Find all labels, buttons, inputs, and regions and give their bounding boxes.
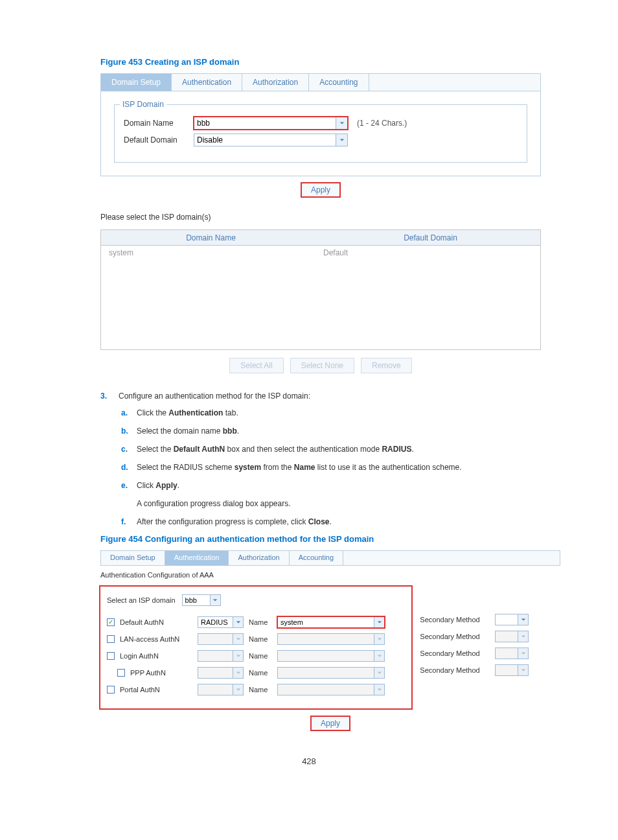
isp-panel-body: ISP Domain Domain Name (1 - 24 Chars.) D…: [100, 91, 541, 176]
isp-domain-legend: ISP Domain: [120, 100, 166, 109]
default-domain-row: Default Domain: [124, 134, 518, 146]
portal-authn-scheme[interactable]: [198, 684, 233, 695]
aaa-title: Authentication Configuration of AAA: [100, 571, 560, 579]
sec-sel-1[interactable]: [495, 614, 518, 625]
sec-label-4: Secondary Method: [420, 666, 490, 674]
select-all-button[interactable]: Select All: [229, 358, 283, 373]
sec-sel-4[interactable]: [495, 664, 518, 676]
sec-label-3: Secondary Method: [420, 649, 490, 657]
default-domain-label: Default Domain: [124, 135, 189, 145]
instructions: 3. Configure an authentication method fo…: [100, 391, 567, 528]
select-domain-label: Select an ISP domain: [107, 596, 176, 604]
tabs-spacer: [369, 74, 540, 91]
tabs-bar-1: Domain Setup Authentication Authorizatio…: [100, 73, 541, 91]
domain-name-dropdown[interactable]: [336, 117, 348, 130]
login-authn-checkbox[interactable]: [107, 652, 115, 660]
sec-label-2: Secondary Method: [420, 633, 490, 640]
apply-wrap-2: Apply: [100, 716, 560, 730]
sec-label-1: Secondary Method: [420, 616, 490, 624]
col-domain-name: Domain Name: [101, 233, 321, 242]
lan-authn-label: LAN-access AuthN: [120, 635, 192, 643]
sec-row-login: Secondary Method: [420, 648, 529, 659]
sec-row-ppp: Secondary Method: [420, 664, 529, 676]
domain-name-input[interactable]: [194, 117, 336, 130]
ppp-authn-checkbox[interactable]: [117, 669, 125, 677]
domain-setup-panel: Domain Setup Authentication Authorizatio…: [100, 73, 541, 373]
login-authn-name[interactable]: [277, 650, 374, 662]
tab2-domain-setup[interactable]: Domain Setup: [101, 551, 165, 565]
name-label-5: Name: [249, 686, 272, 694]
cell-domain-name: system: [106, 248, 321, 257]
figure-454-caption: Figure 454 Configuring an authentication…: [100, 534, 576, 544]
default-authn-name[interactable]: [277, 616, 374, 628]
lan-authn-row: LAN-access AuthN Name: [107, 633, 405, 645]
ppp-authn-label: PPP AuthN: [130, 669, 192, 677]
tab2-accounting[interactable]: Accounting: [290, 551, 343, 565]
default-authn-row: Default AuthN Name: [107, 616, 405, 628]
domain-table-body: system Default: [101, 246, 540, 349]
lan-authn-name-dd[interactable]: [374, 633, 385, 645]
step-3b: b. Select the domain name bbb.: [121, 425, 567, 437]
select-none-button[interactable]: Select None: [290, 358, 354, 373]
tabs-bar-2: Domain Setup Authentication Authorizatio…: [100, 550, 560, 566]
lan-authn-name[interactable]: [277, 633, 374, 645]
lan-authn-scheme-dd[interactable]: [233, 633, 244, 645]
domain-name-row: Domain Name (1 - 24 Chars.): [124, 117, 518, 130]
tab-authorization[interactable]: Authorization: [242, 74, 309, 91]
name-label-2: Name: [249, 635, 272, 643]
select-domain-row: Select an ISP domain: [107, 594, 405, 606]
default-authn-scheme[interactable]: [198, 616, 233, 628]
table-buttons: Select All Select None Remove: [100, 358, 541, 373]
tab-authentication[interactable]: Authentication: [172, 74, 242, 91]
domain-name-label: Domain Name: [124, 119, 189, 128]
default-authn-name-dd[interactable]: [374, 616, 385, 628]
table-row[interactable]: system Default: [101, 246, 540, 260]
name-label-3: Name: [249, 652, 272, 660]
lan-authn-checkbox[interactable]: [107, 635, 115, 643]
login-authn-label: Login AuthN: [120, 652, 192, 660]
name-label-1: Name: [249, 618, 272, 626]
auth-panel: Select an ISP domain Default AuthN Name: [100, 587, 411, 708]
step-3e-note: A configuration progress dialog box appe…: [137, 498, 567, 509]
col-default-domain: Default Domain: [321, 233, 540, 242]
ppp-authn-scheme[interactable]: [198, 667, 233, 679]
tab2-authentication[interactable]: Authentication: [165, 551, 229, 565]
step-3a: a. Click the Authentication tab.: [121, 407, 567, 419]
select-domain-dropdown[interactable]: [211, 594, 221, 606]
step-3c: c. Select the Default AuthN box and then…: [121, 443, 567, 455]
isp-domain-fieldset: ISP Domain Domain Name (1 - 24 Chars.) D…: [114, 104, 527, 163]
domain-table: Domain Name Default Domain system Defaul…: [100, 229, 541, 350]
apply-wrap-1: Apply: [100, 183, 541, 197]
tab2-authorization[interactable]: Authorization: [229, 551, 289, 565]
portal-authn-row: Portal AuthN Name: [107, 684, 405, 695]
login-authn-row: Login AuthN Name: [107, 650, 405, 662]
default-authn-checkbox[interactable]: [107, 618, 115, 626]
default-domain-select[interactable]: [194, 134, 336, 146]
tab-domain-setup[interactable]: Domain Setup: [101, 74, 172, 91]
portal-authn-checkbox[interactable]: [107, 686, 115, 694]
portal-authn-label: Portal AuthN: [120, 686, 192, 694]
remove-button[interactable]: Remove: [361, 358, 412, 373]
default-domain-dropdown[interactable]: [336, 134, 348, 146]
sec-sel-3[interactable]: [495, 648, 518, 659]
step-3-num: 3.: [100, 391, 119, 401]
ppp-authn-name[interactable]: [277, 667, 374, 679]
lan-authn-scheme[interactable]: [198, 633, 233, 645]
portal-authn-name[interactable]: [277, 684, 374, 695]
tab-accounting[interactable]: Accounting: [309, 74, 369, 91]
apply-button-2[interactable]: Apply: [311, 716, 350, 730]
select-domain-select[interactable]: [182, 594, 211, 606]
sec-dd-1[interactable]: [518, 614, 529, 625]
domain-table-header: Domain Name Default Domain: [101, 230, 540, 246]
page-number: 428: [42, 756, 576, 766]
sec-row-default: Secondary Method: [420, 614, 529, 625]
step-3d: d. Select the RADIUS scheme system from …: [121, 461, 567, 473]
authn-config-panel: Domain Setup Authentication Authorizatio…: [100, 550, 560, 730]
login-authn-scheme[interactable]: [198, 650, 233, 662]
figure-453-caption: Figure 453 Creating an ISP domain: [100, 57, 576, 67]
default-authn-scheme-dd[interactable]: [233, 616, 244, 628]
step-3f: f. After the configuration progress is c…: [121, 516, 567, 528]
cell-default: Default: [321, 248, 535, 257]
apply-button-1[interactable]: Apply: [301, 183, 340, 197]
sec-sel-2[interactable]: [495, 631, 518, 642]
